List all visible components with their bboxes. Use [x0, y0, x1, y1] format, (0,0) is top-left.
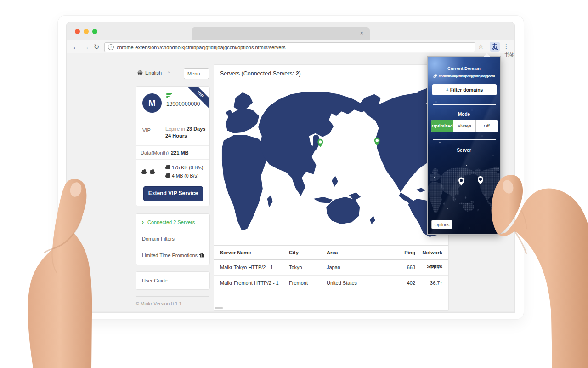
gift-icon	[199, 247, 204, 264]
signal-icon	[166, 93, 173, 98]
browser-menu-icon[interactable]: ⋮	[503, 42, 509, 50]
avatar: M	[142, 93, 162, 113]
current-domain-row: cndndnoikjcfmbpacjgfldhjdajgcchl	[428, 74, 500, 78]
menu-label: Menu	[187, 71, 200, 76]
connected-count: 2	[296, 70, 299, 77]
window-controls[interactable]	[75, 29, 97, 34]
table-row[interactable]: Maikr Fremont HTTP/2 - 1 Fremont United …	[214, 276, 448, 291]
right-hand	[479, 173, 588, 368]
col-city: City	[289, 246, 327, 259]
filter-domains-button[interactable]: + Filter domains	[432, 84, 497, 95]
arrow-up-icon: ↑	[440, 280, 443, 286]
popup-divider	[433, 104, 496, 105]
maximize-window-icon[interactable]	[92, 29, 97, 34]
bookmark-tooltip: 书签	[504, 52, 514, 58]
scrollbar-nub[interactable]	[215, 307, 223, 309]
back-icon[interactable]: ←	[71, 42, 80, 52]
language-selector[interactable]: English ^	[137, 70, 170, 75]
left-hand	[24, 177, 102, 368]
server-label: Server	[428, 148, 500, 153]
table-row[interactable]: Maikr Tokyo HTTP/2 - 1 Tokyo Japan 663 7…	[214, 260, 448, 276]
url-text: chrome-extension://cndndnoikjcfmbpacjgfl…	[117, 45, 285, 50]
table-header-row: Server Name City Area Ping Network Statu…	[214, 245, 448, 260]
mode-off-button[interactable]: Off	[475, 120, 498, 132]
sidebar-nav: ›Connected 2 Servers Domain Filters Limi…	[136, 213, 210, 265]
col-area: Area	[327, 246, 379, 259]
browser-tabstrip: ×	[67, 22, 514, 40]
download-stat: 175 KB (0 B/s)	[172, 165, 203, 170]
chevron-up-icon: ^	[168, 71, 170, 75]
traffic-stats: 175 KB (0 B/s) 4 MB (0 B/s)	[165, 163, 203, 180]
options-button[interactable]: Options	[431, 220, 452, 229]
user-guide-card[interactable]: User Guide	[136, 271, 210, 290]
account-card: VIP M 13900000000 VIP Expire in 23 Days …	[136, 86, 210, 206]
upload-stat: 4 MB (0 B/s)	[172, 173, 198, 178]
col-server-name: Server Name	[214, 246, 289, 259]
world-map	[220, 87, 442, 237]
star-field	[428, 57, 428, 57]
tab-close-icon[interactable]: ×	[360, 29, 363, 37]
current-domain-label: Current Domain	[428, 66, 500, 71]
hamburger-icon: ≡	[202, 70, 205, 77]
page-info-icon[interactable]: i	[108, 44, 114, 50]
col-ping: Ping	[379, 246, 415, 259]
sidebar-item-domain-filters[interactable]: Domain Filters	[136, 230, 209, 247]
version-footer: © Maikr Version 0.1.1	[136, 301, 182, 306]
popup-callout-arrow	[484, 53, 490, 57]
vip-expire: Expire in 23 Days 24 Hours	[165, 126, 207, 139]
account-phone: 13900000000	[166, 101, 200, 107]
address-bar[interactable]: i chrome-extension://cndndnoikjcfmbpacjg…	[104, 42, 475, 52]
mode-optimized-button[interactable]: Optimized	[431, 120, 453, 132]
mode-label: Mode	[428, 112, 500, 117]
vip-ribbon: VIP	[183, 86, 210, 111]
minimize-window-icon[interactable]	[84, 29, 89, 34]
col-network-status: Network Status	[415, 246, 448, 259]
reload-icon[interactable]: ↻	[92, 42, 101, 52]
vip-row-label: VIP	[142, 127, 151, 133]
plus-icon: +	[446, 87, 449, 92]
language-label: English	[145, 70, 162, 75]
mode-switcher: Optimized Always Off	[431, 120, 498, 132]
sidebar-item-promotions[interactable]: Limited Time Promotions	[136, 247, 209, 264]
chevron-right-icon: ›	[142, 219, 144, 225]
cloud-upload-icon	[165, 175, 170, 178]
page-title: Servers (Connected Servers: 2)	[220, 70, 301, 77]
browser-toolbar: ← → ↻ i chrome-extension://cndndnoikjcfm…	[67, 40, 514, 54]
data-month-value: 221 MB	[171, 150, 189, 155]
cloud-download-icon	[141, 171, 147, 174]
forward-icon[interactable]: →	[81, 42, 90, 52]
data-month-label: Data(Month)	[141, 150, 169, 155]
extension-icon[interactable]	[490, 42, 500, 52]
sidebar-divider	[136, 296, 209, 297]
menu-button[interactable]: Menu ≡	[184, 68, 209, 79]
sidebar-topbar: English ^ Menu ≡	[136, 67, 209, 81]
sidebar-item-connected-servers[interactable]: ›Connected 2 Servers	[136, 214, 209, 230]
current-domain-value: cndndnoikjcfmbpacjgfldhjdajgcchl	[439, 74, 495, 78]
browser-tab[interactable]: ×	[192, 27, 370, 40]
traffic-icons	[141, 168, 155, 176]
arrow-up-icon: ↑	[440, 264, 443, 270]
link-icon	[433, 74, 437, 78]
scene: × ← → ↻ i chrome-extension://cndndnoikjc…	[0, 0, 588, 368]
servers-table: Server Name City Area Ping Network Statu…	[214, 245, 448, 291]
extend-vip-button[interactable]: Extend VIP Service	[143, 186, 203, 201]
mode-always-button[interactable]: Always	[453, 120, 475, 132]
servers-panel: Servers (Connected Servers: 2) Server Na…	[214, 64, 449, 310]
cloud-download-icon	[165, 167, 170, 169]
globe-icon	[137, 70, 143, 75]
user-guide-label: User Guide	[142, 272, 168, 289]
popup-divider	[433, 139, 496, 140]
close-window-icon[interactable]	[75, 29, 80, 34]
bookmark-star-icon[interactable]: ☆	[478, 42, 484, 51]
cloud-upload-icon	[150, 171, 155, 174]
